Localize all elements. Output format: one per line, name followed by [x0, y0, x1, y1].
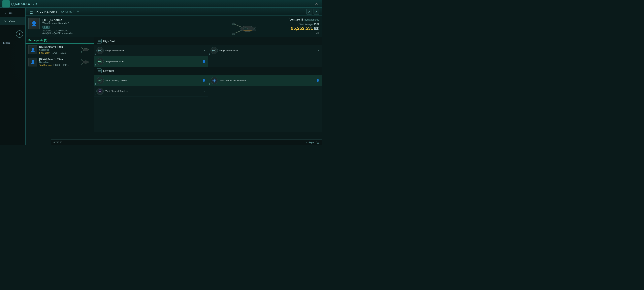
participant-1-ship: Succubus	[39, 49, 78, 51]
svg-point-26	[98, 50, 99, 51]
medals-icon: ★	[16, 31, 23, 38]
svg-point-41	[98, 89, 102, 93]
svg-point-18	[81, 59, 82, 60]
low-slot-3-name: 'Basic' Inertial Stabilizer	[105, 90, 202, 93]
kill-report-title: KILL REPORT	[36, 10, 57, 13]
low-slot-header: Low Slot	[94, 67, 322, 75]
ship-name-display: Venture III Industrial Ship	[290, 18, 319, 21]
isk-value: 95,252,531	[291, 26, 313, 31]
copy-icon[interactable]: ⧉	[77, 10, 79, 13]
participant-item[interactable]: 👤 [BL4M]Amarr's Titan Succubus Final Blo…	[26, 44, 94, 56]
low-slot-1-name: MK5 Cloaking Device	[106, 79, 200, 82]
warp-icon	[211, 77, 218, 84]
high-slot-2-name: Single Diode Miner	[219, 49, 316, 52]
svg-point-29	[212, 50, 213, 51]
low-slot-title: Low Slot	[103, 70, 114, 73]
svg-rect-6	[253, 30, 256, 31]
svg-point-3	[232, 23, 235, 25]
participant-1-avatar: 👤	[28, 45, 37, 54]
mining-icon-3	[96, 58, 104, 65]
ship-image	[232, 18, 264, 40]
page-label: Page 17	[308, 141, 317, 144]
high-slot-item-2[interactable]: 1 Single Diode Miner ✕	[208, 45, 322, 56]
svg-point-9	[244, 28, 248, 30]
victim-avatar: 👤	[28, 18, 40, 30]
participant-2-percent: 100%	[63, 64, 68, 66]
person-icon-1: 👤	[202, 60, 206, 63]
bottom-amount: 6,765.55	[54, 141, 62, 144]
low-slot-2-name: 'Aura' Warp Core Stabilizer	[220, 79, 314, 82]
participant-1-info: [BL4M]Amarr's Titan Succubus Final Blow …	[39, 46, 78, 54]
participant-1-ship-img	[80, 46, 91, 54]
victim-kill-badge: 1 Kill	[42, 26, 50, 29]
svg-rect-20	[98, 41, 100, 42]
person-icon-3: 👤	[316, 79, 320, 82]
close-icon-2[interactable]: ✕	[317, 49, 320, 52]
bio-icon: ≡	[3, 11, 7, 15]
participant-2-name: [BL4M]Amarr's Titan	[39, 58, 78, 61]
victim-avatar-face: 👤	[28, 18, 40, 29]
mining-icon-2	[210, 47, 218, 54]
high-slot-title: High Slot	[103, 40, 115, 43]
inertia-icon	[96, 88, 104, 95]
victim-info: [THF]Gineimz Warp Scramble Strength: 0 1…	[42, 18, 319, 35]
top-damage-label: Top Damage	[39, 64, 52, 66]
isk-row: 95,252,531 ISK	[290, 26, 319, 31]
high-slot-item-1[interactable]: 1 Single Diode Miner ✕	[94, 45, 208, 56]
filter-button[interactable]: ⊟	[317, 141, 319, 144]
equipment-panel: High Slot 1 Single Diode Miner ✕	[94, 37, 322, 132]
svg-point-19	[81, 64, 82, 65]
bottom-bar: 6,765.55 ‹ Page 17 › ⊟	[51, 139, 322, 145]
svg-point-4	[232, 33, 235, 35]
svg-rect-5	[253, 27, 256, 28]
participant-2-stats: Top Damage | 1769 | 100%	[39, 64, 78, 66]
prev-page-button[interactable]: ‹	[306, 141, 307, 144]
svg-point-15	[83, 61, 88, 64]
victim-warp: Warp Scramble Strength: 0	[42, 22, 319, 24]
low-slot-item-1[interactable]: 1 MK5 Cloaking Device 👤	[94, 75, 208, 86]
participant-2-damage: 1769	[55, 64, 60, 66]
cloak-icon	[96, 77, 104, 84]
high-slot-item-3[interactable]: 1 Single Diode Miner 👤	[94, 56, 208, 67]
participant-2-avatar: 👤	[28, 58, 37, 67]
high-slots-grid: 1 Single Diode Miner ✕ 1	[94, 45, 322, 67]
high-slot-icon	[97, 39, 102, 44]
kill-report-header: KILL REPORT [ID:3063827] ⧉ ↗ ✕	[26, 8, 322, 16]
ship-info-right: Venture III Industrial Ship Total damage…	[290, 18, 319, 35]
ship-display	[230, 17, 266, 41]
header-actions: ↗ ✕	[306, 9, 319, 15]
participant-item[interactable]: 👤 [BL4M]Amarr's Titan Succubus Top Damag…	[26, 56, 94, 68]
high-slot-3-name: Single Diode Miner	[106, 60, 200, 63]
participant-1-percent: 100%	[60, 52, 66, 54]
kill-type-label: Kill	[290, 32, 319, 35]
damage-value: 1769	[314, 23, 319, 26]
participants-title: Participants [1]	[28, 39, 47, 42]
close-kill-report-button[interactable]: ✕	[314, 9, 319, 15]
top-menu-button[interactable]	[2, 0, 10, 8]
participant-1-stats: Final Blow | 1769 | 100%	[39, 52, 78, 54]
participant-2-ship: Succubus	[39, 61, 78, 63]
high-slot-1-name: Single Diode Miner	[105, 49, 202, 52]
sidebar-item-combat-label: Comb	[9, 20, 16, 23]
hamburger-icon	[4, 3, 8, 5]
app-title: CHARACTER	[16, 2, 37, 6]
svg-point-32	[98, 61, 99, 62]
person-icon-2: 👤	[202, 79, 206, 82]
top-close-button[interactable]: ✕	[313, 1, 320, 7]
participant-2-ship-img	[80, 58, 91, 66]
sidebar-item-bio-label: Bio	[9, 12, 13, 15]
high-slot-header: High Slot	[94, 37, 322, 45]
main-content: Participants [1] 👤 [BL4M]Amarr's Titan S…	[26, 37, 322, 132]
close-icon-3[interactable]: ✕	[204, 90, 206, 93]
low-slot-item-2[interactable]: 1 'Aura' Warp Core Stabilizer 👤	[208, 75, 322, 86]
victim-section: 👤 [THF]Gineimz Warp Scramble Strength: 0…	[26, 16, 322, 37]
svg-point-40	[214, 80, 215, 81]
close-icon-1[interactable]: ✕	[204, 49, 206, 52]
kill-report-menu-btn[interactable]	[28, 9, 34, 15]
svg-point-14	[81, 51, 82, 53]
kill-report-panel: KILL REPORT [ID:3063827] ⧉ ↗ ✕ 👤 [THF]Gi…	[25, 8, 322, 145]
combat-icon: ⚔	[3, 19, 7, 23]
low-slot-item-3[interactable]: 1 'Basic' Inertial Stabilizer ✕	[94, 86, 208, 97]
export-button[interactable]: ↗	[306, 9, 312, 15]
victim-time: 2020/10/23 22:10:03 UTC -7	[42, 30, 319, 32]
